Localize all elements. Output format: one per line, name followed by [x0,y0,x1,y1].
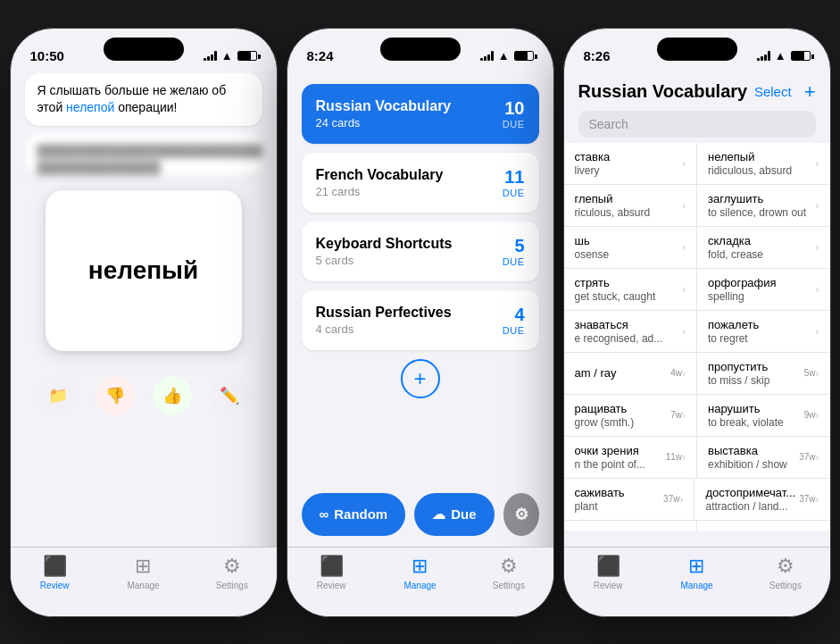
vocab-trans-left-4: e recognised, ad... [575,332,683,345]
vocab-word-right-7: выставка [708,444,795,457]
vocab-trans-left-1: riculous, absurd [575,206,683,219]
vocab-badge-left-7: 11w [666,452,682,462]
deck-card-0[interactable]: Russian Vocabulary 24 cards 10 DUE [302,84,539,144]
vocab-trans-right-8: attraction / land... [705,500,795,513]
vocab-cell-right-9[interactable]: улитка snail 43w › [697,521,830,531]
vocab-cell-left-0[interactable]: ставка livery › [564,143,698,184]
vocab-cell-left-5[interactable]: am / ray 4w › [564,353,698,394]
dislike-button[interactable]: 👎 [96,376,135,415]
review-tab-icon: ⬛ [43,555,67,578]
flashcard[interactable]: нелепый [46,190,242,351]
like-button[interactable]: 👍 [153,376,192,415]
random-button[interactable]: ∞ Random [302,493,406,536]
tab-settings-3[interactable]: ⚙ Settings [741,555,829,590]
chevron-icon-left-6: › [682,409,686,422]
vocab-row-5[interactable]: am / ray 4w › пропустить to miss / skip … [564,353,830,395]
vocab-word-right-8: достопримечат... [705,486,795,499]
add-deck-button[interactable]: + [401,359,440,398]
vocab-list: ставка livery › нелепый ridiculous, absu… [564,143,830,531]
vocab-cell-right-1[interactable]: заглушить to silence, drown out › [697,185,830,226]
deck-card-1[interactable]: French Vocabulary 21 cards 11 DUE [302,153,539,213]
tab-manage-2[interactable]: ⊞ Manage [376,555,464,590]
vocab-cell-right-8[interactable]: достопримечат... attraction / land... 37… [694,479,829,520]
vocab-trans-right-6: to break, violate [708,416,801,429]
vocab-cell-content-left-0: ставка livery [575,150,683,177]
vocab-cell-content-left-8: саживать plant [575,486,661,513]
vocab-cell-left-9[interactable]: кусить bite off 39w › [564,521,698,531]
vocab-row-0[interactable]: ставка livery › нелепый ridiculous, absu… [564,143,830,185]
vocab-cell-right-6[interactable]: нарушить to break, violate 9w › [697,395,830,436]
vocab-cell-right-2[interactable]: складка fold, crease › [697,227,830,268]
tab-bar-2: ⬛ Review ⊞ Manage ⚙ Settings [287,547,553,616]
wifi-icon-3: ▲ [775,49,786,63]
chevron-icon-right-2: › [816,241,819,254]
chevron-icon-right-8: › [816,493,819,506]
vocab-cell-left-1[interactable]: глепый riculous, absurd › [564,185,698,226]
add-vocab-button[interactable]: + [804,80,816,104]
vocab-row-4[interactable]: знаваться e recognised, ad... › пожалеть… [564,311,830,353]
vocab-cell-right-3[interactable]: орфография spelling › [697,269,830,310]
chevron-icon-left-8: › [679,493,683,506]
vocab-trans-right-0: ridiculous, absurd [708,164,816,177]
vocab-row-6[interactable]: ращивать grow (smth.) 7w › нарушить to b… [564,395,830,437]
flashcard-area: нелепый 📁 👎 👍 ✏️ [25,190,262,415]
vocab-row-1[interactable]: глепый riculous, absurd › заглушить to s… [564,185,830,227]
vocab-cell-right-7[interactable]: выставка exhibition / show 37w › [697,437,830,478]
tab-review-3[interactable]: ⬛ Review [564,555,653,590]
tab-manage-label-1: Manage [127,581,159,590]
deck-count-3: 4 cards [316,322,452,336]
search-bar[interactable]: Search [578,111,816,138]
vocab-word-left-3: стрять [575,276,683,289]
vocab-trans-left-2: osense [575,248,683,261]
vocab-row-7[interactable]: очки зрения n the point of... 11w › выст… [564,437,830,479]
deck-settings-button[interactable]: ⚙ [503,493,539,536]
vocab-cell-content-left-7: очки зрения n the point of... [575,444,662,471]
tab-settings-2[interactable]: ⚙ Settings [464,555,553,590]
chat-bubble-blurred: ████████████████████████████████████████… [25,133,262,176]
vocab-word-left-6: ращивать [575,402,668,415]
vocab-word-left-0: ставка [575,150,683,163]
vocab-row-8[interactable]: саживать plant 37w › достопримечат... at… [564,479,830,521]
deck-info-3: Russian Perfectives 4 cards [316,305,452,336]
tab-manage-1[interactable]: ⊞ Manage [99,555,187,590]
vocab-word-left-7: очки зрения [575,444,662,457]
chevron-icon-right-4: › [816,325,819,338]
deck-due-count-3: 4 [503,305,525,325]
chevron-icon-left-1: › [682,199,686,212]
deck-due-count-1: 11 [503,167,525,188]
vocab-word-right-1: заглушить [708,192,816,205]
tab-settings-label-3: Settings [769,581,802,590]
settings-tab-icon-2: ⚙ [500,555,518,578]
chevron-icon-left-3: › [682,283,686,296]
vocab-cell-right-4[interactable]: пожалеть to regret › [697,311,830,352]
vocab-cell-right-0[interactable]: нелепый ridiculous, absurd › [697,143,830,184]
vocab-trans-left-0: livery [575,164,683,177]
vocab-cell-left-4[interactable]: знаваться e recognised, ad... › [564,311,698,352]
folder-button[interactable]: 📁 [38,376,78,415]
manage-tab-icon-3: ⊞ [688,555,704,578]
tab-manage-3[interactable]: ⊞ Manage [653,555,741,590]
edit-button[interactable]: ✏️ [210,376,249,415]
vocab-trans-right-3: spelling [708,290,816,303]
deck-card-3[interactable]: Russian Perfectives 4 cards 4 DUE [302,290,539,350]
vocab-cell-right-5[interactable]: пропустить to miss / skip 5w › [697,353,830,394]
infinity-icon: ∞ [320,506,329,522]
vocab-badge-right-5: 5w [804,368,816,378]
phone-manage: 8:24 ▲ Russian Vocabulary [287,28,554,617]
select-button[interactable]: Select [754,84,792,99]
deck-name-1: French Vocabulary [316,167,444,183]
vocab-row-2[interactable]: шь osense › складка fold, crease › [564,227,830,269]
vocab-cell-left-3[interactable]: стрять get stuck, caught › [564,269,698,310]
due-button[interactable]: ☁ Due [414,493,494,536]
tab-settings-1[interactable]: ⚙ Settings [187,555,276,590]
vocab-cell-left-7[interactable]: очки зрения n the point of... 11w › [564,437,698,478]
vocab-row-9[interactable]: кусить bite off 39w › улитка snail 43w › [564,521,830,531]
vocab-cell-left-2[interactable]: шь osense › [564,227,698,268]
vocab-cell-left-8[interactable]: саживать plant 37w › [564,479,695,520]
tab-review-2[interactable]: ⬛ Review [287,555,376,590]
random-label: Random [334,506,387,522]
deck-card-2[interactable]: Keyboard Shortcuts 5 cards 5 DUE [302,222,539,281]
tab-review-1[interactable]: ⬛ Review [11,555,99,590]
vocab-cell-left-6[interactable]: ращивать grow (smth.) 7w › [564,395,698,436]
vocab-row-3[interactable]: стрять get stuck, caught › орфография sp… [564,269,830,311]
